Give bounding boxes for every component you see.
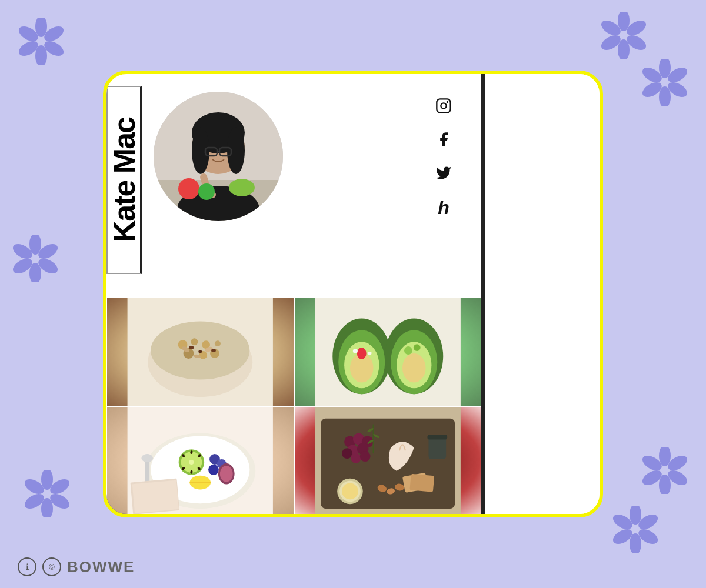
svg-point-83 <box>198 350 202 353</box>
svg-point-74 <box>215 340 221 346</box>
profile-image <box>154 92 283 221</box>
twitter-icon[interactable] <box>435 165 452 184</box>
svg-rect-55 <box>437 99 450 112</box>
right-column <box>483 74 600 515</box>
svg-point-82 <box>211 349 216 352</box>
svg-point-129 <box>350 453 361 463</box>
svg-point-48 <box>227 127 245 174</box>
food-image-2[interactable] <box>294 298 482 406</box>
left-column: Kate Mac <box>106 74 483 515</box>
profile-area: Kate Mac <box>106 74 481 298</box>
charcuterie-svg <box>295 407 481 514</box>
food-image-4[interactable] <box>294 406 482 515</box>
main-card: Kate Mac <box>103 71 603 517</box>
vertical-name-wrapper: Kate Mac <box>106 86 142 274</box>
info-icon-circle: ℹ <box>18 557 36 576</box>
bowwe-logo: BOWWE <box>67 558 135 576</box>
svg-point-53 <box>198 183 215 200</box>
food-image-1[interactable] <box>106 298 294 406</box>
svg-rect-140 <box>427 435 447 439</box>
svg-point-81 <box>189 346 194 349</box>
cc-icon-circle: © <box>42 557 61 576</box>
svg-point-97 <box>413 344 420 351</box>
instagram-icon[interactable] <box>435 98 452 117</box>
flower-decoration-tl <box>18 18 65 65</box>
svg-point-102 <box>141 454 153 462</box>
svg-point-72 <box>191 338 198 345</box>
fruit-bowl-svg <box>107 407 294 514</box>
info-symbol: ℹ <box>26 562 29 572</box>
avocado-bowl-svg <box>295 298 481 406</box>
social-icons-list: h <box>435 86 469 217</box>
bowwe-brand-text: BOWWE <box>67 558 135 576</box>
cc-symbol: © <box>49 563 55 572</box>
svg-point-116 <box>208 465 219 475</box>
image-grid <box>106 298 481 515</box>
card-inner: Kate Mac <box>106 74 600 514</box>
granola-bowl-svg <box>107 298 294 406</box>
flower-decoration-br1 <box>612 506 659 553</box>
svg-point-96 <box>404 346 412 355</box>
svg-rect-95 <box>367 352 371 355</box>
svg-point-57 <box>447 101 449 103</box>
svg-rect-104 <box>132 480 179 513</box>
flower-decoration-bl <box>24 470 71 517</box>
facebook-icon[interactable] <box>435 131 452 151</box>
svg-point-92 <box>402 353 425 382</box>
svg-point-52 <box>178 178 199 199</box>
svg-rect-132 <box>409 474 434 492</box>
flower-decoration-br2 <box>641 447 688 494</box>
svg-point-54 <box>229 179 255 196</box>
flower-decoration-tr2 <box>641 59 688 106</box>
flower-decoration-tr1 <box>600 12 647 59</box>
svg-point-130 <box>359 451 370 462</box>
footer: ℹ © BOWWE <box>18 557 135 576</box>
svg-point-93 <box>357 348 366 359</box>
svg-point-118 <box>220 466 233 482</box>
profile-name-vertical: Kate Mac <box>109 118 139 242</box>
food-image-3[interactable] <box>106 406 294 515</box>
flower-decoration-ml <box>12 235 59 282</box>
profile-photo-svg <box>154 92 283 221</box>
svg-point-107 <box>189 460 194 465</box>
svg-point-138 <box>342 483 358 500</box>
svg-point-47 <box>192 127 209 174</box>
vertical-divider <box>483 74 485 514</box>
hashtag-icon[interactable]: h <box>438 198 449 217</box>
svg-rect-94 <box>352 349 357 353</box>
svg-point-56 <box>441 103 446 108</box>
